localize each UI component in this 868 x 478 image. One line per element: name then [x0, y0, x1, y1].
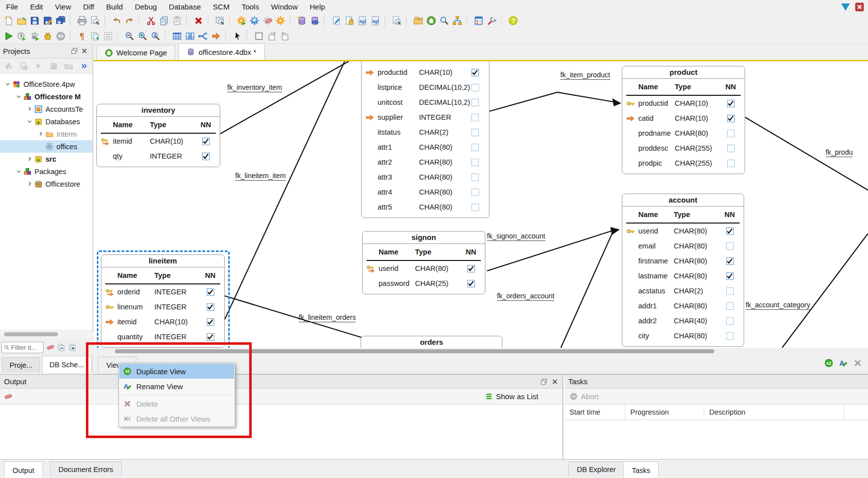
fk-label-fk_orders_account[interactable]: fk_orders_account: [497, 292, 554, 301]
table-field-productid[interactable]: productidCHAR(10): [362, 65, 489, 80]
not-null-checkbox[interactable]: [727, 145, 735, 152]
show-as-list-button[interactable]: Show as List: [485, 392, 538, 401]
table-field-qty[interactable]: qtyINTEGER: [97, 149, 220, 164]
settings-gear-icon[interactable]: [274, 14, 287, 27]
file-manager-icon[interactable]: [412, 14, 425, 27]
tab-list-filter-icon[interactable]: [841, 2, 850, 11]
panel-tab-proje[interactable]: Proje...: [2, 357, 40, 373]
not-null-checkbox[interactable]: [202, 138, 210, 145]
home-icon[interactable]: [425, 14, 437, 27]
run-icon[interactable]: [2, 29, 15, 42]
not-null-checkbox[interactable]: [471, 189, 479, 196]
tree-item-accountste[interactable]: AccountsTe: [0, 103, 92, 115]
relation-icon[interactable]: [196, 29, 209, 42]
pilcrow-icon[interactable]: ¶: [75, 29, 88, 42]
menu-build[interactable]: Build: [100, 2, 129, 11]
cut-icon[interactable]: [144, 14, 157, 27]
collapse-icon[interactable]: [25, 118, 34, 125]
fk-label-fk_signon_account[interactable]: fk_signon_account: [487, 232, 545, 241]
expand-all-icon[interactable]: [68, 343, 76, 351]
table-field-acstatus[interactable]: acstatusCHAR(2): [622, 283, 744, 298]
menu-tools[interactable]: Tools: [236, 2, 265, 11]
stop-icon[interactable]: [54, 29, 67, 42]
duplicate-page-icon[interactable]: [88, 29, 101, 42]
table-icon[interactable]: [170, 29, 183, 42]
not-null-checkbox[interactable]: [726, 317, 734, 325]
save-as-icon[interactable]: [41, 14, 54, 27]
db-table-signon[interactable]: signonNameTypeNNuseridCHAR(80)passwordCH…: [362, 231, 485, 294]
menu-view[interactable]: View: [49, 2, 77, 11]
table-field-productid[interactable]: productidCHAR(10): [622, 96, 745, 111]
table-field-attr4[interactable]: attr4CHAR(80): [362, 185, 489, 200]
tree-item-packages[interactable]: Packages: [0, 165, 92, 178]
not-null-checkbox[interactable]: [726, 287, 734, 295]
expand-icon[interactable]: [25, 106, 34, 112]
rename-view-icon[interactable]: A: [839, 359, 848, 367]
tree-item-src[interactable]: src: [0, 153, 92, 165]
redo-icon[interactable]: [123, 14, 136, 27]
fk-label-fk_account_category[interactable]: fk_account_category: [746, 301, 810, 310]
page-list-icon[interactable]: [101, 29, 114, 42]
table-field-listprice[interactable]: listpriceDECIMAL(10,2): [362, 80, 489, 95]
help-icon[interactable]: ?: [506, 14, 519, 27]
shape-square-icon[interactable]: [252, 29, 265, 42]
find-in-files-icon[interactable]: [390, 14, 403, 27]
db-search-icon[interactable]: [437, 14, 450, 27]
table-field-proddesc[interactable]: proddescCHAR(255): [622, 141, 745, 156]
projects-hscroll-thumb[interactable]: [4, 332, 58, 336]
debug-bug-icon[interactable]: [41, 29, 54, 42]
not-null-checkbox[interactable]: [471, 84, 479, 91]
bottom-tab-db-explorer[interactable]: DB Explorer: [568, 462, 624, 477]
save-icon[interactable]: [28, 14, 41, 27]
not-null-checkbox[interactable]: [727, 130, 735, 137]
not-null-checkbox[interactable]: [207, 303, 214, 311]
expand-icon[interactable]: [25, 181, 34, 187]
rotate-right-icon[interactable]: [278, 29, 291, 42]
not-null-checkbox[interactable]: [726, 228, 734, 235]
not-null-checkbox[interactable]: [202, 153, 210, 160]
fk-label-fk_inventory_item[interactable]: fk_inventory_item: [227, 83, 282, 92]
open-project-icon[interactable]: [15, 14, 28, 27]
not-null-checkbox[interactable]: [727, 160, 735, 167]
not-null-checkbox[interactable]: [726, 242, 734, 250]
pointer-icon[interactable]: [231, 29, 244, 42]
table-field-attr2[interactable]: attr2CHAR(80): [362, 155, 489, 170]
tree-item-officestore[interactable]: Officestore: [0, 178, 92, 190]
more-tools-icon[interactable]: [77, 59, 90, 72]
close-document-icon[interactable]: [855, 2, 864, 11]
not-null-checkbox[interactable]: [471, 174, 479, 181]
db-table-lineitem[interactable]: lineitemNameTypeNNorderidINTEGERlinenumI…: [101, 254, 225, 348]
clear-output-icon[interactable]: [4, 392, 12, 401]
db-new-icon[interactable]: [295, 14, 308, 27]
build-gear-icon[interactable]: [235, 14, 248, 27]
panel-tab-dbsche[interactable]: DB Sche...: [42, 356, 91, 373]
new-group-icon[interactable]: [47, 59, 60, 72]
not-null-checkbox[interactable]: [726, 257, 734, 265]
run-project-icon[interactable]: [32, 59, 45, 72]
expand-icon[interactable]: [36, 131, 45, 137]
print-icon[interactable]: [75, 14, 88, 27]
file-4gl-icon[interactable]: 4gl: [356, 14, 369, 27]
db-table-item[interactable]: productidCHAR(10)listpriceDECIMAL(10,2)u…: [361, 61, 489, 218]
bottom-tab-output[interactable]: Output: [4, 462, 43, 478]
not-null-checkbox[interactable]: [471, 114, 479, 121]
menu-item-delete-all-other-views[interactable]: Delete all Other Views: [119, 411, 234, 426]
db-table-product[interactable]: productNameTypeNNproductidCHAR(10)catidC…: [622, 66, 745, 174]
not-null-checkbox[interactable]: [207, 318, 214, 326]
clear-filter-icon[interactable]: [46, 343, 54, 351]
not-null-checkbox[interactable]: [467, 265, 475, 272]
bottom-tab-document-errors[interactable]: Document Errors: [50, 462, 122, 477]
fk-label-fk_lineitem_orders[interactable]: fk_lineitem_orders: [299, 313, 356, 322]
zoom-out-icon[interactable]: [123, 29, 136, 42]
table-field-prodname[interactable]: prodnameCHAR(80): [622, 126, 745, 141]
not-null-checkbox[interactable]: [471, 144, 479, 151]
duplicate-view-icon[interactable]: x2: [825, 359, 833, 367]
table-field-supplier[interactable]: supplierINTEGER: [362, 110, 489, 125]
not-null-checkbox[interactable]: [207, 333, 214, 341]
undo-icon[interactable]: [110, 14, 123, 27]
collapse-icon[interactable]: [3, 81, 12, 87]
table-field-itstatus[interactable]: itstatusCHAR(2): [362, 125, 489, 140]
menu-debug[interactable]: Debug: [129, 2, 163, 11]
open-folder-icon[interactable]: [62, 59, 75, 72]
editor-tab-welcome-page[interactable]: Welcome Page: [96, 45, 175, 60]
